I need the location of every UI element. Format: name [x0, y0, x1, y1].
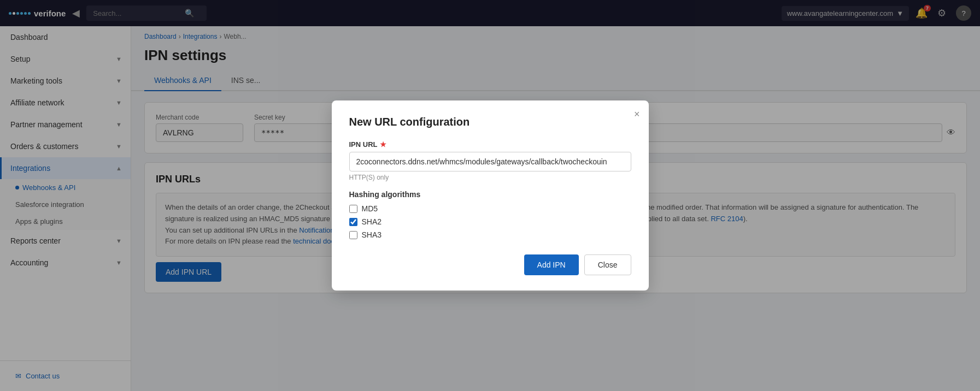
sha3-label: SHA3	[362, 230, 382, 239]
sha3-checkbox[interactable]	[349, 231, 357, 239]
modal-overlay[interactable]: × New URL configuration IPN URL ★ HTTP(S…	[0, 0, 980, 391]
modal-title: New URL configuration	[349, 116, 631, 128]
sha2-label: SHA2	[362, 217, 382, 226]
close-modal-button[interactable]: Close	[584, 254, 631, 275]
ipn-url-input[interactable]	[349, 152, 631, 171]
md5-label: MD5	[362, 204, 378, 213]
required-star-icon: ★	[380, 140, 386, 149]
checkbox-sha3[interactable]: SHA3	[349, 230, 631, 239]
checkbox-sha2[interactable]: SHA2	[349, 217, 631, 226]
modal-close-button[interactable]: ×	[634, 109, 640, 119]
add-ipn-button[interactable]: Add IPN	[524, 254, 579, 275]
https-note: HTTP(S) only	[349, 174, 631, 181]
md5-checkbox[interactable]	[349, 205, 357, 213]
ipn-url-field-label: IPN URL ★	[349, 140, 631, 149]
new-url-config-modal: × New URL configuration IPN URL ★ HTTP(S…	[332, 100, 649, 291]
modal-footer: Add IPN Close	[349, 254, 631, 275]
sha2-checkbox[interactable]	[349, 218, 357, 226]
hashing-checkboxes: MD5 SHA2 SHA3	[349, 204, 631, 239]
hashing-algorithms-title: Hashing algorithms	[349, 190, 631, 199]
checkbox-md5[interactable]: MD5	[349, 204, 631, 213]
